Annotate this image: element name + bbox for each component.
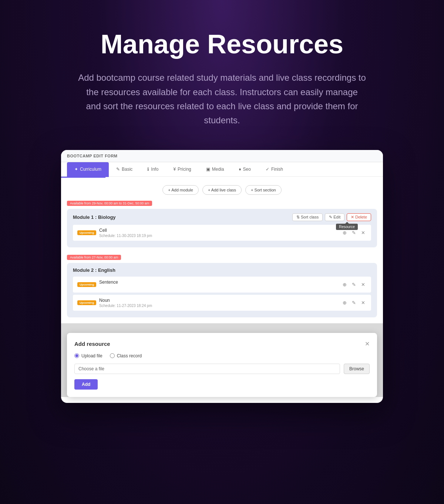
module-1-section: Available from 29-Nov, 00:00 am to 31-De… <box>61 199 383 253</box>
list-item: Upcoming Sentence Schedule: 11-26-2023 0… <box>73 277 371 293</box>
tab-pricing[interactable]: ¥ Pricing <box>166 162 198 176</box>
class-name: Sentence <box>99 280 152 285</box>
add-resource-button[interactable]: Add <box>74 379 98 390</box>
action-buttons-row: + Add module + Add live class + Sort sec… <box>61 178 383 199</box>
module-1-title-prefix: Module 1 : <box>73 214 97 220</box>
upload-file-radio[interactable] <box>74 353 79 358</box>
sort-section-label: + Sort section <box>251 188 276 192</box>
tab-pricing-label: Pricing <box>178 167 191 172</box>
file-input-label: Choose a file <box>74 364 340 374</box>
close-icon: ✕ <box>365 341 370 347</box>
sort-section-button[interactable]: + Sort section <box>245 185 282 195</box>
class-item-left: Upcoming Noun Schedule: 11-27-2023 18:24… <box>77 298 152 308</box>
tab-finish-label: Finish <box>271 167 283 172</box>
class-schedule: Schedule: 11-27-2023 18:24 pm <box>99 304 152 308</box>
top-bar: BOOTCAMP EDIT FORM <box>61 150 383 162</box>
class-delete-icon-button[interactable]: ✕ <box>360 281 367 288</box>
class-info: Cell Schedule: 11-30-2023 18:19 pm <box>99 228 152 238</box>
class-record-radio[interactable] <box>110 353 115 358</box>
add-module-button[interactable]: + Add module <box>162 185 199 195</box>
modal-close-button[interactable]: ✕ <box>365 340 370 347</box>
class-schedule: Schedule: 11-30-2023 18:19 pm <box>99 234 152 238</box>
finish-icon: ✓ <box>266 167 269 172</box>
class-info: Noun Schedule: 11-27-2023 18:24 pm <box>99 298 152 308</box>
add-module-label: + Add module <box>168 188 193 192</box>
module-1-title: Module 1 : Biology <box>73 214 116 220</box>
tab-seo-label: Seo <box>243 167 251 172</box>
page-title: Manage Resources <box>101 30 343 59</box>
class-info: Sentence Schedule: 11-26-2023 01:00 am <box>99 280 152 290</box>
class-item-left: Upcoming Cell Schedule: 11-30-2023 18:19… <box>77 228 152 238</box>
edit-label: Edit <box>333 215 340 219</box>
tab-curriculum-label: Curriculum <box>80 167 101 172</box>
radio-group: Upload file Class record <box>74 353 370 358</box>
module-2-box: Module 2 : English Upcoming Sentence Sch… <box>67 263 377 317</box>
sort-class-icon: ⇅ <box>296 215 300 220</box>
module-1-actions: ⇅ Sort class ✎ Edit ✕ Delete Resource <box>292 213 371 221</box>
resource-icon-button[interactable]: ⊕ <box>341 281 348 288</box>
tab-seo[interactable]: ♦ Seo <box>231 162 258 176</box>
module-1-available-badge: Available from 29-Nov, 00:00 am to 31-De… <box>67 201 152 206</box>
file-input-row: Choose a file Browse <box>74 364 370 374</box>
list-item: Upcoming Cell Schedule: 11-30-2023 18:19… <box>73 225 371 241</box>
resource-icon-button[interactable]: ⊕ <box>341 229 348 236</box>
media-icon: ▣ <box>206 167 210 172</box>
class-edit-icon-button[interactable]: ✎ <box>350 281 357 288</box>
module-2-name: English <box>98 267 115 273</box>
class-record-radio-label[interactable]: Class record <box>110 353 142 358</box>
list-item: Upcoming Noun Schedule: 11-27-2023 18:24… <box>73 295 371 311</box>
module-1-edit-button[interactable]: ✎ Edit <box>325 213 344 221</box>
class-name: Noun <box>99 298 152 303</box>
tab-navigation: ✦ Curriculum ✎ Basic ℹ Info ¥ Pricing ▣ … <box>61 162 383 177</box>
upcoming-badge: Upcoming <box>77 230 96 235</box>
ui-screenshot: BOOTCAMP EDIT FORM ✦ Curriculum ✎ Basic … <box>61 150 383 403</box>
tab-info[interactable]: ℹ Info <box>140 162 166 176</box>
seo-icon: ♦ <box>239 167 241 172</box>
tab-basic[interactable]: ✎ Basic <box>109 162 140 176</box>
browse-label: Browse <box>349 366 364 371</box>
class-item-left: Upcoming Sentence Schedule: 11-26-2023 0… <box>77 280 152 290</box>
modal-header: Add resource ✕ <box>74 340 370 347</box>
basic-icon: ✎ <box>116 167 120 172</box>
add-live-class-button[interactable]: + Add live class <box>202 185 242 195</box>
module-1-header: Module 1 : Biology ⇅ Sort class ✎ Edit ✕… <box>73 213 371 221</box>
pricing-icon: ¥ <box>173 167 176 172</box>
class-delete-icon-button[interactable]: ✕ <box>360 299 367 306</box>
modal-backdrop: Add resource ✕ Upload file Class record … <box>61 323 383 397</box>
edit-icon: ✎ <box>329 215 332 220</box>
tab-media-label: Media <box>212 167 224 172</box>
module-1-box: Module 1 : Biology ⇅ Sort class ✎ Edit ✕… <box>67 209 377 247</box>
tab-basic-label: Basic <box>122 167 132 172</box>
upload-file-radio-label[interactable]: Upload file <box>74 353 102 358</box>
sort-class-button[interactable]: ⇅ Sort class <box>292 213 323 221</box>
class-item-actions: ⊕ ✎ ✕ <box>341 229 367 236</box>
class-edit-icon-button[interactable]: ✎ <box>350 229 357 236</box>
class-record-label: Class record <box>117 353 142 358</box>
info-icon: ℹ <box>147 167 149 172</box>
delete-label: Delete <box>355 215 367 219</box>
resource-icon-button[interactable]: ⊕ <box>341 299 348 306</box>
modal-title: Add resource <box>74 341 110 347</box>
class-schedule: Schedule: 11-26-2023 01:00 am <box>99 286 152 290</box>
module-2-title-prefix: Module 2 : <box>73 267 97 273</box>
resource-tooltip: Resource <box>336 224 358 230</box>
module-1-delete-button[interactable]: ✕ Delete <box>347 213 371 221</box>
module-1-name: Biology <box>98 214 116 220</box>
tab-curriculum[interactable]: ✦ Curriculum <box>67 162 109 176</box>
choose-file-text: Choose a file <box>78 366 104 371</box>
module-2-header: Module 2 : English <box>73 267 371 273</box>
module-2-title: Module 2 : English <box>73 267 115 273</box>
browse-button[interactable]: Browse <box>344 364 370 374</box>
sort-class-label: Sort class <box>301 215 319 219</box>
class-edit-icon-button[interactable]: ✎ <box>350 299 357 306</box>
page-subtitle: Add bootcamp course related study materi… <box>78 71 366 128</box>
module-2-section: Available from 27-Nov, 00:00 am Module 2… <box>61 253 383 323</box>
class-delete-icon-button[interactable]: ✕ <box>360 229 367 236</box>
delete-icon: ✕ <box>351 215 354 220</box>
tab-info-label: Info <box>151 167 158 172</box>
tab-finish[interactable]: ✓ Finish <box>258 162 290 176</box>
upcoming-badge: Upcoming <box>77 282 96 287</box>
tab-media[interactable]: ▣ Media <box>199 162 232 176</box>
upload-file-label: Upload file <box>81 353 102 358</box>
class-item-actions: ⊕ ✎ ✕ <box>341 281 367 288</box>
